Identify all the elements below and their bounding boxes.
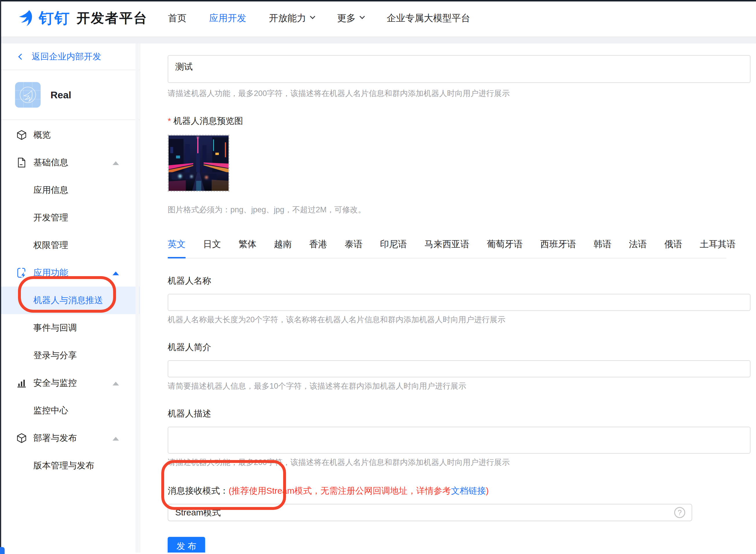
language-tab[interactable]: 英文 xyxy=(168,238,186,258)
document-icon xyxy=(16,157,27,168)
sidebar-item-label: 部署与发布 xyxy=(33,432,77,444)
robot-description-group: 机器人描述 请描述机器人功能，最多200字符，该描述将在机器人名片信息和群内添加… xyxy=(168,408,752,467)
main-content: 测试 请描述机器人功能，最多200字符，该描述将在机器人名片信息和群内添加机器人… xyxy=(140,44,756,553)
cube-icon xyxy=(16,433,27,443)
receive-mode-select[interactable]: Stream模式 ? xyxy=(168,504,692,521)
top-nav-item[interactable]: 企业专属大模型平台 xyxy=(387,12,470,25)
topbar: 钉钉 开发者平台 首页 应用开发 开放能力 xyxy=(0,0,756,37)
robot-description-help-text: 请描述机器人功能，最多200字符，该描述将在机器人名片信息和群内添加机器人时向用… xyxy=(168,457,752,467)
sidebar-item-label: 应用信息 xyxy=(33,184,68,196)
sidebar-item-permission-management[interactable]: 权限管理 xyxy=(0,231,140,259)
sidebar-item-label: 应用功能 xyxy=(33,267,68,279)
window-left-edge xyxy=(0,0,1,554)
robot-name-help-text: 机器人名称最大长度为20个字符，该名称将在机器人名片信息和群内添加机器人时向用户… xyxy=(168,315,752,325)
app-header: Real xyxy=(0,70,140,120)
sidebar-item-label: 权限管理 xyxy=(33,239,68,251)
sidebar-item-label: 安全与监控 xyxy=(33,377,77,389)
collapse-arrow-icon[interactable] xyxy=(113,437,119,441)
sidebar-item-app-info[interactable]: 应用信息 xyxy=(0,176,140,204)
required-asterisk: * xyxy=(168,116,171,126)
sidebar-item-label: 机器人与消息推送 xyxy=(33,294,103,306)
sidebar-item-events-callbacks[interactable]: 事件与回调 xyxy=(0,314,140,342)
language-tab[interactable]: 日文 xyxy=(203,238,221,258)
collapse-arrow-icon[interactable] xyxy=(113,382,119,385)
sidebar-item-label: 监控中心 xyxy=(33,405,68,417)
app-name: Real xyxy=(50,89,71,101)
logo-text: 钉钉 xyxy=(39,8,70,29)
language-tab[interactable]: 韩语 xyxy=(594,238,611,258)
app-avatar xyxy=(15,82,41,108)
floating-widget-corner xyxy=(0,547,5,554)
sidebar-item-label: 版本管理与发布 xyxy=(33,460,94,472)
sidebar-scrollbar[interactable] xyxy=(136,44,139,553)
sidebar-item-overview[interactable]: 概览 xyxy=(0,121,140,149)
language-tab[interactable]: 法语 xyxy=(629,238,647,258)
robot-brief-label: 机器人简介 xyxy=(168,342,752,353)
page-background-band xyxy=(0,37,756,44)
bar-chart-icon xyxy=(16,378,27,388)
logo-suffix-text: 开发者平台 xyxy=(76,9,148,27)
sidebar-item-login-share[interactable]: 登录与分享 xyxy=(0,342,140,369)
sidebar-item-label: 事件与回调 xyxy=(33,322,77,334)
sidebar-item-deploy-release[interactable]: 部署与发布 xyxy=(0,424,140,452)
message-receive-mode-row: 消息接收模式： (推荐使用Stream模式，无需注册公网回调地址，详情参考文档链… xyxy=(168,485,752,497)
language-tab[interactable]: 繁体 xyxy=(238,238,257,258)
sidebar-menu: 概览 基础信息 应用信息 开发管理 权限管理 xyxy=(0,120,140,480)
collapse-arrow-icon[interactable] xyxy=(113,272,119,275)
language-tab[interactable]: 泰语 xyxy=(345,238,363,258)
mode-recommendation-note: (推荐使用Stream模式，无需注册公网回调地址，详情参考文档链接) xyxy=(229,485,489,497)
sidebar-item-label: 概览 xyxy=(33,129,51,141)
sidebar-item-dev-management[interactable]: 开发管理 xyxy=(0,204,140,231)
sidebar-item-monitoring-center[interactable]: 监控中心 xyxy=(0,397,140,424)
robot-description-textarea[interactable] xyxy=(168,427,751,454)
language-tab[interactable]: 俄语 xyxy=(664,238,682,258)
description-help-text: 请描述机器人功能，最多200字符，该描述将在机器人名片信息和群内添加机器人时向用… xyxy=(168,88,752,99)
dingtalk-wing-icon xyxy=(17,9,35,27)
sidebar-item-version-management[interactable]: 版本管理与发布 xyxy=(0,452,140,480)
sidebar-item-basic-info[interactable]: 基础信息 xyxy=(0,149,140,176)
robot-brief-input[interactable] xyxy=(168,360,751,377)
sidebar-item-label: 开发管理 xyxy=(33,212,68,224)
help-question-icon[interactable]: ? xyxy=(674,507,685,518)
language-tab[interactable]: 西班牙语 xyxy=(540,238,576,258)
sidebar-item-label: 登录与分享 xyxy=(33,349,77,362)
cyberpunk-city-image xyxy=(169,135,229,191)
top-nav-item[interactable]: 首页 xyxy=(168,12,186,25)
preview-format-help-text: 图片格式必须为：png、jpeg、jpg，不超过2M，可修改。 xyxy=(168,205,752,215)
language-tab[interactable]: 葡萄牙语 xyxy=(487,238,523,258)
language-tab[interactable]: 香港 xyxy=(309,238,327,258)
language-tab[interactable]: 土耳其语 xyxy=(700,238,736,258)
message-receive-mode-label: 消息接收模式： xyxy=(168,485,229,497)
sidebar-item-security-monitoring[interactable]: 安全与监控 xyxy=(0,369,140,397)
dingtalk-logo[interactable]: 钉钉 开发者平台 xyxy=(17,8,148,29)
robot-name-input[interactable] xyxy=(168,294,751,311)
sidebar-item-label: 基础信息 xyxy=(33,157,68,169)
robot-description-label: 机器人描述 xyxy=(168,408,752,419)
language-tab[interactable]: 印尼语 xyxy=(380,238,407,258)
cube-icon xyxy=(16,130,27,141)
receive-mode-selected-value: Stream模式 xyxy=(175,507,221,518)
top-nav-item[interactable]: 应用开发 xyxy=(209,12,246,25)
doc-link[interactable]: 文档链接 xyxy=(451,486,486,495)
preview-image-label: *机器人消息预览图 xyxy=(168,115,752,126)
top-nav-item[interactable]: 开放能力 xyxy=(269,12,315,25)
sidebar: 返回企业内部开发 Real xyxy=(0,44,140,553)
publish-button[interactable]: 发 布 xyxy=(168,537,205,553)
sidebar-item-robot-message-push[interactable]: 机器人与消息推送 xyxy=(0,287,140,314)
robot-name-group: 机器人名称 机器人名称最大长度为20个字符，该名称将在机器人名片信息和群内添加机… xyxy=(168,275,752,325)
robot-description-top-textarea[interactable]: 测试 xyxy=(168,55,751,83)
lightning-app-icon xyxy=(16,267,27,278)
robot-brief-group: 机器人简介 请简要描述机器人信息，最多10个字符，该描述将在群内添加机器人时向用… xyxy=(168,342,752,391)
language-tab[interactable]: 马来西亚语 xyxy=(424,238,469,258)
back-to-internal-dev-link[interactable]: 返回企业内部开发 xyxy=(0,44,140,70)
language-tabs: 英文 日文 繁体 越南 xyxy=(168,238,726,259)
sidebar-item-app-features[interactable]: 应用功能 xyxy=(0,259,140,287)
window-top-edge xyxy=(0,0,756,1)
top-nav-item[interactable]: 更多 xyxy=(337,12,364,25)
collapse-arrow-icon[interactable] xyxy=(113,161,119,165)
top-navigation: 首页 应用开发 开放能力 更多 xyxy=(168,12,470,25)
chevron-left-icon xyxy=(18,53,24,59)
robot-brief-help-text: 请简要描述机器人信息，最多10个字符，该描述将在群内添加机器人时向用户进行展示 xyxy=(168,381,752,391)
robot-message-preview-image[interactable] xyxy=(168,134,229,192)
language-tab[interactable]: 越南 xyxy=(274,238,292,258)
